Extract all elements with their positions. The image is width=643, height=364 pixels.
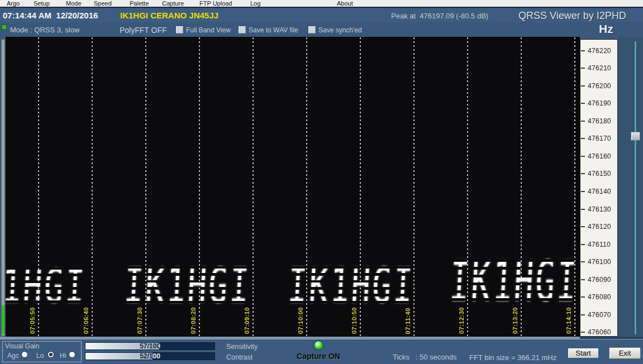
slider-value: 52/100 <box>85 353 153 360</box>
time-tick-label: 07:08:20 <box>190 307 197 334</box>
capture-status: Capture ON <box>279 352 358 361</box>
freq-scale-row: 476140 <box>580 187 611 195</box>
radio-agc[interactable] <box>21 351 28 358</box>
toolbar: Mode : QRSS 3, slow PolyFFT OFF Full Ban… <box>0 22 643 37</box>
menu-item-about[interactable]: About <box>337 0 353 7</box>
time-gridline <box>253 37 254 337</box>
checkbox-save-to-wav-file[interactable] <box>239 26 246 33</box>
checkbox-full-band-view[interactable] <box>176 26 183 33</box>
freq-scale-row: 476120 <box>580 223 611 231</box>
freq-scale-row: 476150 <box>580 170 611 178</box>
freq-scale-row: 476080 <box>580 293 611 301</box>
radio-label-agc[interactable]: Agc <box>7 352 19 360</box>
freq-scale-row: 476070 <box>580 310 611 319</box>
checkbox-label-save-synch-ed[interactable]: Save synch'ed <box>318 26 362 34</box>
freq-tick-label: 476070 <box>588 311 611 319</box>
signal-level-fill <box>2 305 4 334</box>
menu-item-ftp-upload[interactable]: FTP Upload <box>199 0 232 7</box>
radio-hi[interactable] <box>69 351 75 358</box>
time-tick-label: 07:14:10 <box>565 307 572 334</box>
freq-scale-row: 476220 <box>580 46 611 55</box>
time-tick-label: 07:11:40 <box>404 308 411 334</box>
freq-scale-row: 476100 <box>580 258 611 266</box>
menu-item-log[interactable]: Log <box>250 0 260 7</box>
slider-fill: 52/100 <box>85 353 153 360</box>
contrast-label: Contrast <box>226 353 253 361</box>
radio-lo[interactable] <box>47 351 54 358</box>
menu-item-setup[interactable]: Setup <box>34 0 50 7</box>
visual-gain-label: Visual Gain <box>5 342 39 350</box>
polyfft-toggle[interactable]: PolyFFT OFF <box>120 26 167 35</box>
freq-tick-label: 476080 <box>588 293 611 301</box>
radio-label-hi[interactable]: Hi <box>60 352 66 360</box>
callsign-text: IK1HGI CERANO JN45JJ <box>120 11 218 20</box>
freq-tick-label: 476110 <box>588 241 611 248</box>
exit-button[interactable]: Exit <box>609 347 641 359</box>
clock-date: 07:14:44 AM 12/20/2016 <box>3 11 98 20</box>
menu-item-mode[interactable]: Mode <box>66 0 82 7</box>
time-tick-label: 07:07:30 <box>136 307 143 334</box>
ticks-info: Ticks : 50 seconds <box>393 353 456 361</box>
sensitivity-label: Sensitivity <box>226 343 258 351</box>
qrss-signal-trace: IK1HGI <box>449 254 580 310</box>
freq-tick-mark <box>581 261 585 262</box>
signal-level-indicator <box>1 39 5 336</box>
radio-dot <box>49 353 53 356</box>
checkbox-label-save-to-wav-file[interactable]: Save to WAV file <box>249 26 298 34</box>
freq-scale-row: 476210 <box>580 64 611 73</box>
time-tick-label: 07:10:50 <box>351 307 358 334</box>
radio-label-lo[interactable]: Lo <box>36 352 44 360</box>
checkbox-label-full-band-view[interactable]: Full Band View <box>186 26 231 34</box>
freq-tick-label: 476090 <box>588 276 611 284</box>
capture-led <box>314 341 323 350</box>
freq-tick-mark <box>581 103 585 104</box>
qrss-signal-trace: 1HGI <box>6 263 88 310</box>
freq-scale-row: 476090 <box>580 275 611 284</box>
run-indicator-led <box>2 25 7 30</box>
freq-tick-label: 476190 <box>588 99 611 107</box>
fft-bin-info: FFT bin size = 366.21 mHz <box>469 353 556 362</box>
frequency-scale: 4762204762104762004761904761804761704761… <box>580 39 618 337</box>
scale-slider-groove <box>635 41 636 334</box>
hz-unit-label: Hz <box>599 22 613 36</box>
title-bar: 07:14:44 AM 12/20/2016 IK1HGI CERANO JN4… <box>0 9 643 22</box>
freq-scale-row: 476190 <box>580 99 611 108</box>
sensitivity-slider[interactable]: 57/10057/100 <box>85 342 215 350</box>
slider-fill: 57/100 <box>85 343 159 349</box>
freq-tick-label: 476100 <box>588 258 611 266</box>
freq-scale-row: 476170 <box>580 135 611 143</box>
freq-tick-mark <box>581 121 585 122</box>
right-slider-strip <box>618 37 643 339</box>
time-tick-label: 07:05:50 <box>29 307 36 334</box>
contrast-slider[interactable]: 52/10052/100 <box>85 352 215 360</box>
freq-tick-label: 476150 <box>588 170 611 178</box>
menu-bar: ArgoSetupModeSpeedPaletteCaptureFTP Uplo… <box>0 0 643 8</box>
freq-tick-label: 476170 <box>588 135 611 142</box>
menu-item-capture[interactable]: Capture <box>162 0 184 7</box>
menu-item-speed[interactable]: Speed <box>94 0 112 7</box>
scale-slider-thumb[interactable] <box>631 132 640 141</box>
time-tick-label: 07:13:20 <box>512 307 518 334</box>
freq-tick-mark <box>581 156 585 157</box>
freq-tick-label: 476160 <box>588 152 611 160</box>
qrss-signal-trace: IK1HGI <box>123 262 252 310</box>
freq-tick-mark <box>581 244 585 245</box>
menu-item-argo[interactable]: Argo <box>7 0 20 7</box>
freq-tick-mark <box>581 68 585 69</box>
start-button[interactable]: Start <box>567 347 599 359</box>
mode-status: Mode : QRSS 3, slow <box>10 26 79 34</box>
waterfall-display[interactable]: 07:05:5007:06:4007:07:3007:08:2007:09:10… <box>6 37 580 337</box>
freq-tick-label: 476130 <box>588 205 611 213</box>
freq-tick-mark <box>581 50 585 51</box>
freq-tick-label: 476140 <box>588 188 611 195</box>
freq-scale-row: 476060 <box>580 328 611 337</box>
menu-item-palette[interactable]: Palette <box>130 0 149 7</box>
slider-value: 57/100 <box>85 343 159 349</box>
freq-tick-mark <box>581 138 585 139</box>
time-tick-label: 07:12:30 <box>458 307 465 334</box>
peak-readout: Peak at 476197.09 (-80.5 dB) <box>391 12 488 20</box>
qrss-viewer-window: ArgoSetupModeSpeedPaletteCaptureFTP Uplo… <box>0 0 643 364</box>
qrss-signal-trace: IK1HGI <box>287 262 416 310</box>
freq-tick-mark <box>581 332 585 333</box>
checkbox-save-synch-ed[interactable] <box>308 26 316 33</box>
